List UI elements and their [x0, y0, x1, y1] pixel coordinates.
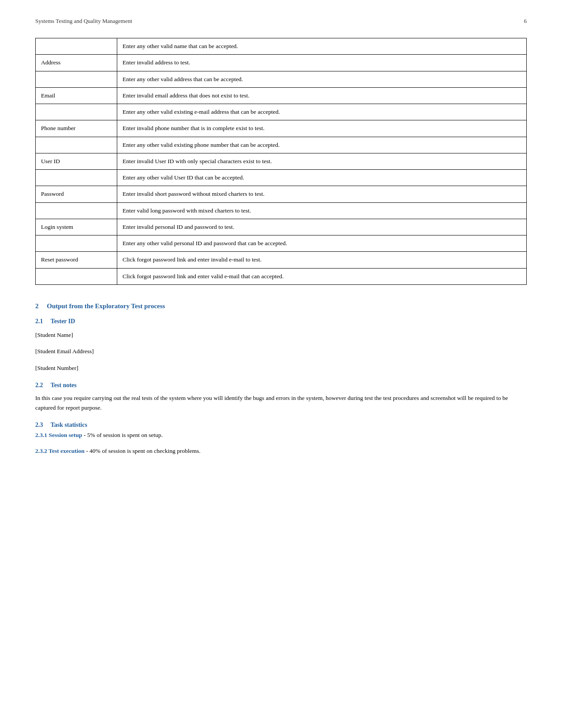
table-cell-field	[36, 235, 117, 252]
table-cell-description: Enter any other valid personal ID and pa…	[117, 235, 527, 252]
table-cell-field	[36, 104, 117, 120]
section-2-3-1: 2.3.1 Session setup - 5% of session is s…	[35, 430, 527, 440]
table-cell-description: Enter invalid address to test.	[117, 55, 527, 71]
section-2-3-1-label: 2.3.1 Session setup	[35, 432, 84, 438]
student-number: [Student Number]	[35, 363, 527, 373]
section-2-1-heading: 2.1 Tester ID	[35, 318, 527, 325]
table-cell-description: Enter invalid personal ID and password t…	[117, 219, 527, 235]
table-cell-field: Email	[36, 87, 117, 104]
table-row: Click forgot password link and enter val…	[36, 268, 527, 284]
table-row: AddressEnter invalid address to test.	[36, 55, 527, 71]
table-cell-description: Click forgot password link and enter val…	[117, 268, 527, 284]
table-cell-field: Phone number	[36, 120, 117, 137]
section-2-3-2-number: 2.3.2	[35, 448, 47, 454]
table-cell-field: Reset password	[36, 252, 117, 268]
table-cell-description: Click forgot password link and enter inv…	[117, 252, 527, 268]
table-cell-field	[36, 38, 117, 55]
section-2-3-2-body: - 40% of session is spent on checking pr…	[86, 448, 201, 454]
table-row: Login systemEnter invalid personal ID an…	[36, 219, 527, 235]
table-row: Enter any other valid existing phone num…	[36, 137, 527, 153]
table-cell-field	[36, 71, 117, 87]
table-cell-field	[36, 137, 117, 153]
section-2-1-number: 2.1	[35, 318, 43, 325]
section-2-3-1-number: 2.3.1	[35, 432, 47, 438]
table-row: Enter any other valid address that can b…	[36, 71, 527, 87]
table-cell-description: Enter valid long password with mixed cha…	[117, 202, 527, 219]
table-cell-field: Password	[36, 186, 117, 202]
section-2-3-1-title: Session setup	[48, 432, 82, 438]
table-cell-description: Enter invalid short password without mix…	[117, 186, 527, 202]
section-2-number: 2	[35, 302, 39, 310]
table-row: Enter any other valid existing e-mail ad…	[36, 104, 527, 120]
section-2: 2 Output from the Exploratory Test proce…	[35, 302, 527, 456]
table-cell-description: Enter any other valid existing e-mail ad…	[117, 104, 527, 120]
table-row: Enter any other valid personal ID and pa…	[36, 235, 527, 252]
section-2-1-title: Tester ID	[51, 318, 75, 325]
table-row: Phone numberEnter invalid phone number t…	[36, 120, 527, 137]
table-cell-description: Enter invalid email address that does no…	[117, 87, 527, 104]
table-row: Enter any other valid name that can be a…	[36, 38, 527, 55]
section-2-3-title: Task statistics	[51, 422, 87, 428]
table-cell-field: Login system	[36, 219, 117, 235]
page-header: Systems Testing and Quality Management 6	[35, 18, 527, 25]
student-email: [Student Email Address]	[35, 347, 527, 356]
table-cell-field	[36, 170, 117, 186]
table-cell-description: Enter invalid User ID with only special …	[117, 153, 527, 169]
table-cell-description: Enter any other valid existing phone num…	[117, 137, 527, 153]
table-cell-description: Enter any other valid name that can be a…	[117, 38, 527, 55]
section-2-3-2: 2.3.2 Test execution - 40% of session is…	[35, 446, 527, 456]
student-name: [Student Name]	[35, 330, 527, 340]
table-row: Reset passwordClick forgot password link…	[36, 252, 527, 268]
table-row: Enter valid long password with mixed cha…	[36, 202, 527, 219]
table-cell-field: Address	[36, 55, 117, 71]
table-row: PasswordEnter invalid short password wit…	[36, 186, 527, 202]
table-cell-field: User ID	[36, 153, 117, 169]
table-row: EmailEnter invalid email address that do…	[36, 87, 527, 104]
section-2-3-1-body: - 5% of session is spent on setup.	[84, 432, 163, 438]
section-2-2-number: 2.2	[35, 382, 43, 388]
section-2-3-2-title: Test execution	[48, 448, 85, 454]
section-2-3-heading: 2.3 Task statistics	[35, 422, 527, 429]
test-cases-table: Enter any other valid name that can be a…	[35, 38, 527, 285]
section-2-3-number: 2.3	[35, 422, 43, 428]
test-notes-body: In this case you require carrying out th…	[35, 393, 527, 413]
section-2-2-heading: 2.2 Test notes	[35, 382, 527, 389]
table-cell-description: Enter any other valid User ID that can b…	[117, 170, 527, 186]
table-cell-description: Enter any other valid address that can b…	[117, 71, 527, 87]
section-2-heading: 2 Output from the Exploratory Test proce…	[35, 302, 527, 310]
table-row: Enter any other valid User ID that can b…	[36, 170, 527, 186]
section-2-3-2-label: 2.3.2 Test execution	[35, 448, 86, 454]
table-cell-field	[36, 202, 117, 219]
section-2-2-title: Test notes	[51, 382, 77, 388]
table-row: User IDEnter invalid User ID with only s…	[36, 153, 527, 169]
table-cell-field	[36, 268, 117, 284]
table-cell-description: Enter invalid phone number that is in co…	[117, 120, 527, 137]
page-number: 6	[524, 18, 527, 25]
section-2-title: Output from the Exploratory Test process	[47, 302, 165, 310]
document-title: Systems Testing and Quality Management	[35, 18, 132, 25]
